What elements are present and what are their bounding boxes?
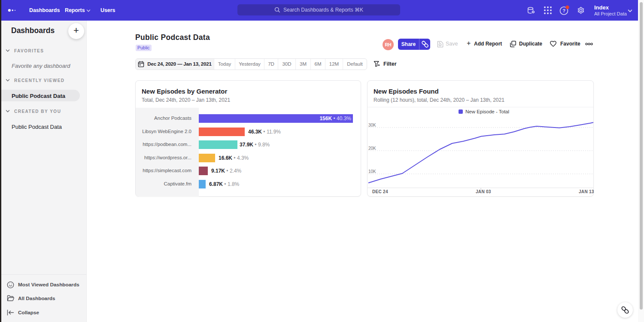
svg-text:20K: 20K (368, 146, 376, 151)
svg-text:10K: 10K (368, 169, 376, 174)
svg-text:30K: 30K (368, 123, 376, 128)
svg-text:?: ? (562, 8, 565, 13)
